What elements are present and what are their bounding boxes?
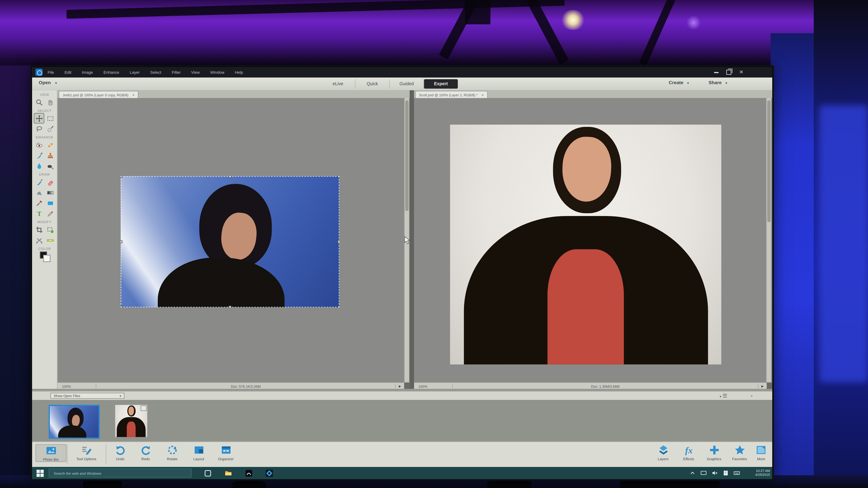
crop-tool-icon[interactable] xyxy=(34,224,44,235)
scott-photo[interactable] xyxy=(450,125,721,365)
status-options-arrow-icon[interactable]: ▶ xyxy=(396,384,404,388)
shape-tool-icon[interactable] xyxy=(45,198,56,208)
tab-expert[interactable]: Expert xyxy=(424,79,458,89)
dark-app-icon[interactable] xyxy=(245,469,253,477)
menu-enhance[interactable]: Enhance xyxy=(103,70,119,75)
left-canvas[interactable] xyxy=(58,98,404,382)
zoom-tool-icon[interactable] xyxy=(34,97,44,108)
volume-muted-icon[interactable] xyxy=(711,469,718,476)
selection-handle[interactable] xyxy=(338,306,339,307)
layers-button[interactable]: Layers xyxy=(651,444,675,461)
move-tool-icon[interactable] xyxy=(34,113,44,123)
graphics-button[interactable]: Graphics xyxy=(702,444,726,461)
menu-window[interactable]: Window xyxy=(210,70,224,75)
clone-stamp-tool-icon[interactable] xyxy=(45,150,56,161)
layout-button[interactable]: Layout xyxy=(188,444,209,461)
recompose-tool-icon[interactable] xyxy=(45,224,56,235)
menu-edit[interactable]: Edit xyxy=(64,70,71,75)
lasso-tool-icon[interactable] xyxy=(34,123,44,134)
pane-divider[interactable] xyxy=(410,90,414,389)
undo-button[interactable]: Undo xyxy=(110,444,131,461)
brush-tool-icon[interactable] xyxy=(34,177,44,187)
minimize-button[interactable] xyxy=(714,72,719,73)
red-eye-tool-icon[interactable] xyxy=(34,140,44,150)
keyboard-icon[interactable] xyxy=(734,469,740,476)
scrollbar-thumb[interactable] xyxy=(405,100,408,211)
organizer-button[interactable]: Organizer xyxy=(213,444,239,461)
close-button[interactable]: ✕ xyxy=(739,70,744,75)
favorites-button[interactable]: Favorites xyxy=(727,444,752,461)
selection-handle[interactable] xyxy=(121,240,122,243)
start-button[interactable] xyxy=(37,469,44,477)
straighten-tool-icon[interactable] xyxy=(45,235,56,246)
rotate-button[interactable]: Rotate xyxy=(160,444,184,461)
selection-handle[interactable] xyxy=(229,176,231,178)
tab-close-icon[interactable]: × xyxy=(482,93,484,97)
scrollbar-thumb[interactable] xyxy=(767,100,771,222)
collapse-bin-chevron-icon[interactable]: ⌄ xyxy=(750,392,754,398)
menu-file[interactable]: File xyxy=(48,70,54,75)
effects-button[interactable]: fx Effects xyxy=(678,444,700,461)
menu-filter[interactable]: Filter xyxy=(172,70,181,75)
marquee-tool-icon[interactable] xyxy=(45,113,56,123)
selection-handle[interactable] xyxy=(121,306,122,307)
menu-help[interactable]: Help xyxy=(235,70,243,75)
tray-chevron-up-icon[interactable] xyxy=(689,469,696,476)
gradient-tool-icon[interactable] xyxy=(45,187,56,198)
right-zoom-level[interactable]: 100% xyxy=(414,384,453,388)
thumbnail-scott[interactable] xyxy=(115,405,147,437)
bin-menu-icon[interactable]: ▾ xyxy=(719,394,727,398)
eyedropper-tool-icon[interactable] xyxy=(34,198,44,208)
tab-close-icon[interactable]: × xyxy=(132,93,135,97)
left-pane-scrollbar[interactable] xyxy=(404,98,409,382)
photoshop-elements-taskbar-icon[interactable] xyxy=(265,469,274,477)
show-open-files-dropdown[interactable]: Show Open Files ▾ xyxy=(50,393,125,399)
selection-handle[interactable] xyxy=(338,176,339,178)
task-view-icon[interactable] xyxy=(204,469,212,477)
taskbar-clock[interactable]: 10:27 AM 4/29/2015 xyxy=(744,469,770,477)
background-color-swatch[interactable] xyxy=(43,255,50,262)
eraser-tool-icon[interactable] xyxy=(45,177,56,187)
tab-guided[interactable]: Guided xyxy=(390,79,424,89)
thumbnail-joeb1[interactable] xyxy=(49,405,100,439)
sponge-tool-icon[interactable] xyxy=(45,161,56,171)
blur-tool-icon[interactable] xyxy=(34,161,44,171)
photo-bin-button[interactable]: Photo Bin xyxy=(35,444,66,462)
taskbar-search-input[interactable]: Search the web and Windows xyxy=(49,468,191,478)
share-button[interactable]: Share ▾ xyxy=(709,80,727,85)
selection-handle[interactable] xyxy=(229,306,231,307)
redo-button[interactable]: Redo xyxy=(135,444,156,461)
status-options-arrow-icon[interactable]: ▶ xyxy=(758,384,767,388)
tab-elive[interactable]: eLive xyxy=(321,79,355,89)
right-doc-tab[interactable]: Scott.psd @ 100% (Layer 2, RGB/8) * × xyxy=(415,91,488,99)
menu-select[interactable]: Select xyxy=(150,70,161,75)
open-button[interactable]: Open ▾ xyxy=(39,80,57,85)
pencil-tool-icon[interactable] xyxy=(45,208,56,219)
smudge-tool-icon[interactable] xyxy=(34,187,44,198)
joeb1-photo[interactable] xyxy=(121,176,339,307)
spot-healing-tool-icon[interactable] xyxy=(45,140,56,150)
left-zoom-level[interactable]: 100% xyxy=(58,384,96,388)
create-button[interactable]: Create ▾ xyxy=(669,80,689,85)
content-aware-move-tool-icon[interactable] xyxy=(34,235,44,246)
more-button[interactable]: More xyxy=(753,444,769,461)
smart-brush-tool-icon[interactable] xyxy=(34,150,44,161)
selection-handle[interactable] xyxy=(121,176,122,178)
quick-selection-tool-icon[interactable] xyxy=(45,123,56,134)
menu-layer[interactable]: Layer xyxy=(130,70,140,75)
type-tool-icon[interactable]: T xyxy=(34,208,44,219)
display-icon[interactable] xyxy=(700,469,707,476)
left-doc-tab[interactable]: Joeb1.psd @ 100% (Layer 0 copy, RGB/8) × xyxy=(59,91,138,99)
file-explorer-icon[interactable] xyxy=(224,469,232,477)
right-pane-scrollbar[interactable] xyxy=(766,98,771,382)
tool-options-button[interactable]: Tool Options xyxy=(69,444,103,461)
notes-icon[interactable] xyxy=(722,469,729,476)
selection-handle[interactable] xyxy=(338,240,339,243)
menu-view[interactable]: View xyxy=(191,70,200,75)
menu-image[interactable]: Image xyxy=(82,70,93,75)
tab-quick[interactable]: Quick xyxy=(355,79,390,89)
restore-button[interactable] xyxy=(726,70,732,75)
right-canvas[interactable] xyxy=(414,98,766,382)
foreground-background-swatches[interactable] xyxy=(39,252,50,261)
hand-tool-icon[interactable] xyxy=(45,97,56,108)
